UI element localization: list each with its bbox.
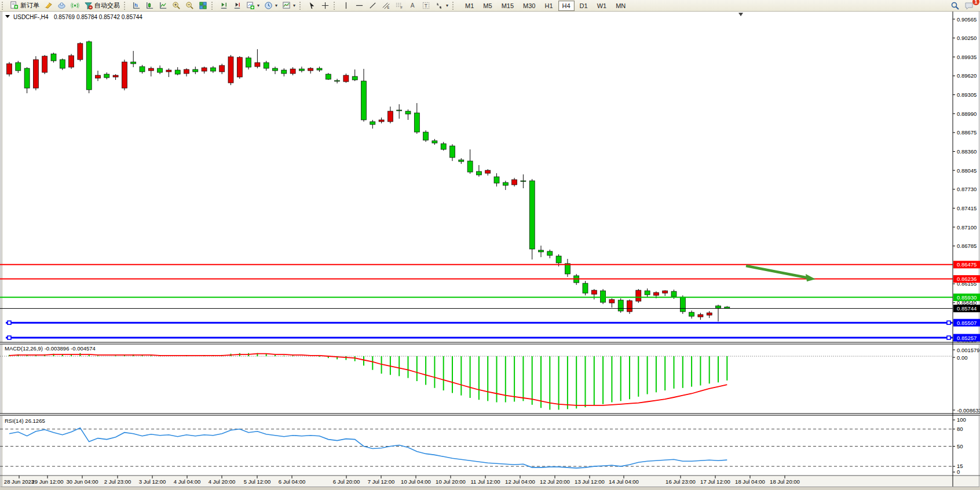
price-level-label: 0.86475 [957, 261, 977, 268]
channel-icon: E [382, 1, 390, 10]
crosshair-tool-button[interactable] [319, 0, 332, 12]
time-tick-label: 28 Jun 2023 [4, 478, 34, 485]
timeframe-button-m15[interactable]: M15 [498, 1, 518, 11]
chat-button[interactable]: 1 [962, 0, 977, 12]
chart-canvas[interactable]: MACD(12,26,9) -0.003896 -0.004574RSI(14)… [0, 0, 980, 490]
bar-chart-button[interactable] [130, 0, 143, 12]
profiles-button[interactable]: ▾ [262, 0, 280, 12]
line-selection-handle[interactable] [8, 336, 11, 339]
candle [512, 180, 517, 185]
indicators-icon [282, 1, 291, 10]
text-tool-button[interactable]: A [406, 0, 419, 12]
price-tick-label: 0.88675 [957, 129, 977, 136]
candle [450, 146, 455, 158]
signals-button[interactable] [68, 0, 82, 12]
candle [281, 70, 287, 74]
notification-badge: 1 [972, 0, 979, 5]
fibonacci-tool-button[interactable]: F [393, 0, 406, 12]
price-level-label: 0.85507 [957, 320, 977, 326]
candle [228, 57, 233, 83]
timeframe-button-m1[interactable]: M1 [461, 1, 478, 11]
price-tick-label: 0.87100 [957, 224, 977, 231]
chart-shift-icon [233, 1, 242, 10]
candle [529, 181, 535, 249]
auto-scroll-button[interactable] [217, 0, 231, 12]
time-tick-label: 11 Jul 12:00 [470, 478, 500, 485]
line-selection-handle[interactable] [8, 321, 11, 324]
auto-trading-button[interactable]: 自动交易 [82, 0, 122, 12]
time-tick-label: 18 Jul 20:00 [770, 478, 800, 485]
candle [645, 291, 650, 295]
line-chart-button[interactable] [156, 0, 170, 12]
chart-shift-button[interactable] [231, 0, 244, 12]
time-tick-label: 6 Jul 20:00 [333, 478, 360, 485]
horizontal-line-icon [355, 1, 364, 10]
timeframe-button-w1[interactable]: W1 [593, 1, 611, 11]
line-selection-handle[interactable] [947, 321, 950, 324]
time-tick-label: 5 Jul 12:00 [244, 478, 270, 485]
timeframe-button-m5[interactable]: M5 [479, 1, 496, 11]
symbol-label: USDCHF-,H4 [13, 14, 49, 20]
time-tick-label: 16 Jul 23:00 [665, 478, 696, 485]
time-tick-label: 12 Jul 04:00 [505, 478, 535, 485]
time-tick-label: 3 Jul 12:00 [139, 478, 166, 485]
price-tick-label: 0.89620 [957, 72, 977, 79]
history-center-button[interactable] [42, 0, 55, 12]
new-chart-button[interactable]: ▾ [244, 0, 262, 12]
price-tick-label: 0.88045 [957, 167, 977, 174]
candle [166, 70, 171, 72]
new-order-button[interactable]: 新订单 [8, 0, 42, 12]
new-order-label: 新订单 [20, 1, 39, 10]
candle [237, 57, 242, 77]
market-watch-button[interactable] [55, 0, 68, 12]
text-icon: A [408, 1, 417, 10]
vertical-line-icon [342, 1, 350, 10]
search-button[interactable] [948, 0, 962, 12]
toolbar-right-group: 1 [948, 0, 977, 12]
arrow-objects-icon [435, 1, 444, 10]
price-level-label: 0.85930 [957, 294, 977, 301]
candle [246, 58, 251, 67]
timeframe-button-mn[interactable]: MN [612, 1, 630, 11]
candle [379, 120, 384, 122]
price-tick-label: 0.88360 [957, 148, 977, 155]
candle [113, 75, 118, 77]
timeframe-button-h1[interactable]: H1 [540, 1, 557, 11]
vertical-line-tool-button[interactable] [339, 0, 353, 12]
trendline-tool-button[interactable] [366, 0, 379, 12]
zoom-out-button[interactable] [183, 0, 196, 12]
timeframe-button-m30[interactable]: M30 [519, 1, 539, 11]
candle [104, 74, 109, 78]
equidistant-channel-tool-button[interactable]: E [379, 0, 393, 12]
line-selection-handle[interactable] [947, 336, 950, 339]
candle [140, 67, 145, 72]
cursor-tool-button[interactable] [305, 0, 319, 12]
candle [352, 76, 357, 80]
text-label-tool-button[interactable]: T [419, 0, 433, 12]
indicators-button[interactable]: ▾ [280, 0, 298, 12]
candle [459, 160, 464, 162]
timeframe-button-h4[interactable]: H4 [558, 1, 575, 11]
price-tick-label: 0.89935 [957, 54, 977, 60]
price-level-label: 0.85744 [957, 305, 977, 312]
candle [202, 68, 207, 71]
toolbar-grip [211, 2, 215, 10]
candle [148, 68, 153, 71]
time-tick-label: 13 Jul 12:00 [575, 478, 605, 485]
arrows-tool-button[interactable]: ▾ [433, 0, 451, 12]
candle [290, 69, 295, 74]
time-tick-label: 18 Jul 04:00 [735, 478, 765, 485]
horizontal-line-tool-button[interactable] [353, 0, 366, 12]
candle [494, 177, 499, 183]
signal-icon [71, 1, 79, 10]
zoom-in-button[interactable] [170, 0, 183, 12]
toolbar-grip [2, 2, 6, 10]
price-level-label: 0.86236 [957, 276, 977, 282]
candlestick-chart-button[interactable] [143, 0, 156, 12]
candle [423, 132, 429, 140]
macd-title: MACD(12,26,9) -0.003896 -0.004574 [5, 345, 96, 352]
timeframe-button-d1[interactable]: D1 [576, 1, 592, 11]
main-toolbar: 新订单 自动交易 [0, 0, 980, 12]
tile-windows-button[interactable] [196, 0, 210, 12]
candle [432, 141, 437, 143]
